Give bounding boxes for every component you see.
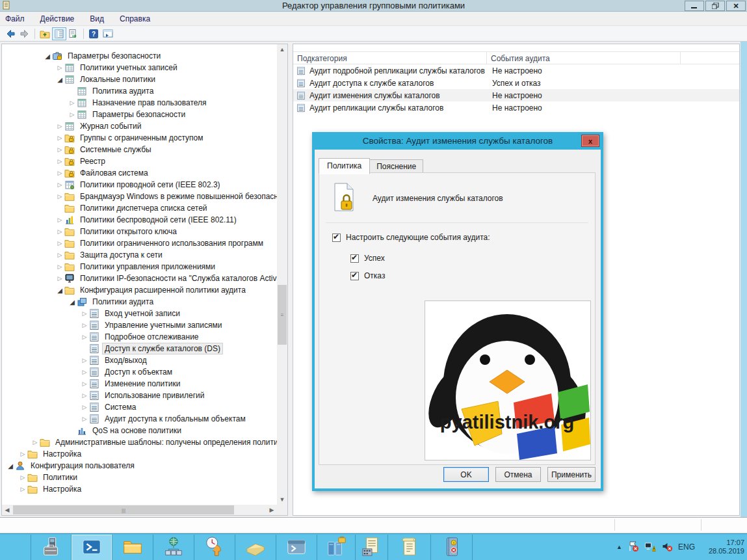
tree-item[interactable]: ▷Настройка bbox=[2, 448, 277, 460]
tree-item[interactable]: ▷Политики открытого ключа bbox=[2, 226, 277, 237]
column-header-audit-events[interactable]: События аудита bbox=[487, 52, 681, 64]
tab-policy[interactable]: Политика bbox=[319, 158, 370, 174]
expander-icon[interactable]: ▷ bbox=[80, 392, 89, 399]
expander-icon[interactable]: ▷ bbox=[18, 486, 27, 492]
taskbar-app-task-scheduler[interactable] bbox=[194, 535, 235, 560]
tree-item[interactable]: ▷Настройка bbox=[2, 483, 277, 495]
expander-icon[interactable]: ◢ bbox=[6, 462, 15, 470]
expander-icon[interactable]: ▷ bbox=[55, 158, 64, 165]
column-header-empty[interactable] bbox=[681, 52, 739, 64]
list-row[interactable]: Аудит репликации службы каталоговНе наст… bbox=[293, 101, 739, 114]
tree-item[interactable]: ▷Политики bbox=[2, 472, 277, 483]
tree-item[interactable]: ◢Политики аудита bbox=[2, 296, 277, 308]
scroll-up-button[interactable]: ▲ bbox=[277, 44, 287, 55]
expander-icon[interactable]: ▷ bbox=[80, 310, 89, 317]
taskbar-app-event-viewer[interactable] bbox=[235, 535, 276, 560]
tree-item[interactable]: ▷Управление учетными записями bbox=[2, 319, 277, 331]
horizontal-scroll-thumb[interactable]: ||| bbox=[13, 505, 234, 514]
checkbox-icon[interactable]: ✔ bbox=[350, 254, 359, 263]
taskbar-app-server-manager[interactable] bbox=[31, 535, 72, 560]
tree-item[interactable]: ▷Политики проводной сети (IEEE 802.3) bbox=[2, 179, 277, 191]
tree-item[interactable]: ▷Назначение прав пользователя bbox=[2, 97, 277, 109]
tree-item[interactable]: ▷Аудит доступа к глобальным объектам bbox=[2, 413, 277, 425]
taskbar-app-powershell[interactable] bbox=[72, 535, 112, 560]
taskbar-app-gp-editor[interactable] bbox=[388, 535, 431, 560]
apply-button[interactable]: Применить bbox=[547, 467, 596, 482]
tree-item[interactable]: Политики диспетчера списка сетей bbox=[2, 202, 277, 214]
list-row[interactable]: Аудит доступа к службе каталоговУспех и … bbox=[293, 77, 739, 89]
tree-horizontal-scrollbar[interactable]: ◀ ||| ▶ bbox=[2, 505, 277, 515]
tree-item[interactable]: QoS на основе политики bbox=[2, 425, 277, 436]
taskbar-app-file-explorer[interactable] bbox=[112, 535, 153, 560]
minimize-button[interactable] bbox=[685, 1, 704, 11]
expander-icon[interactable]: ▷ bbox=[80, 416, 89, 422]
menu-file[interactable]: Файл bbox=[5, 14, 25, 23]
taskbar-app-gp-management[interactable] bbox=[356, 535, 388, 560]
expander-icon[interactable]: ▷ bbox=[31, 439, 40, 446]
expander-icon[interactable]: ▷ bbox=[68, 100, 77, 106]
expander-icon[interactable]: ▷ bbox=[55, 135, 64, 141]
help-icon[interactable]: ? bbox=[86, 27, 101, 40]
menu-help[interactable]: Справка bbox=[120, 14, 150, 23]
expander-icon[interactable]: ▷ bbox=[68, 111, 77, 118]
tree-item[interactable]: ▷Журнал событий bbox=[2, 120, 277, 132]
expander-icon[interactable]: ▷ bbox=[80, 380, 89, 387]
restore-button[interactable] bbox=[705, 1, 725, 11]
back-icon[interactable] bbox=[3, 27, 18, 40]
tab-explanation[interactable]: Пояснение bbox=[369, 159, 423, 174]
clock[interactable]: 17:07 28.05.2019 bbox=[700, 539, 744, 555]
taskbar-app-computer-management[interactable] bbox=[317, 535, 356, 560]
tree-item[interactable]: ▷Файловая система bbox=[2, 167, 277, 179]
volume-muted-icon[interactable] bbox=[661, 540, 673, 554]
expander-icon[interactable]: ▷ bbox=[55, 228, 64, 235]
expander-icon[interactable]: ▷ bbox=[55, 123, 64, 129]
taskbar-app-ad-users-computers[interactable] bbox=[153, 535, 194, 560]
tree-item[interactable]: ◢Параметры безопасности bbox=[2, 50, 277, 62]
tree-item[interactable]: ▷Политики беспроводной сети (IEEE 802.11… bbox=[2, 214, 277, 226]
tree-item[interactable]: ▷Реестр bbox=[2, 155, 277, 167]
tree-item[interactable]: ▷Политики учетных записей bbox=[2, 62, 277, 73]
tree-item[interactable]: ▷Изменение политики bbox=[2, 378, 277, 390]
expander-icon[interactable]: ▷ bbox=[55, 193, 64, 200]
expander-icon[interactable]: ◢ bbox=[43, 53, 52, 60]
expander-icon[interactable]: ▷ bbox=[80, 322, 89, 328]
expander-icon[interactable]: ▷ bbox=[55, 263, 64, 270]
tree-item[interactable]: ▷Административные шаблоны: получены опре… bbox=[2, 436, 277, 448]
expander-icon[interactable]: ▷ bbox=[55, 64, 64, 71]
tray-expand-icon[interactable]: ▲ bbox=[616, 544, 622, 550]
tree-item[interactable]: ▷Политики ограниченного использования пр… bbox=[2, 237, 277, 249]
expander-icon[interactable]: ▷ bbox=[55, 217, 64, 223]
scroll-right-button[interactable]: ▶ bbox=[267, 505, 277, 515]
expander-icon[interactable]: ◢ bbox=[55, 76, 64, 83]
checkbox-icon[interactable]: ✔ bbox=[332, 233, 341, 242]
expander-icon[interactable]: ▷ bbox=[55, 181, 64, 188]
tree-item[interactable]: ▷Брандмауэр Windows в режиме повышенной … bbox=[2, 191, 277, 202]
scroll-left-button[interactable]: ◀ bbox=[2, 505, 12, 515]
tree-item[interactable]: ▷Параметры безопасности bbox=[2, 109, 277, 120]
tree-item[interactable]: ◢Локальные политики bbox=[2, 73, 277, 85]
folder-up-icon[interactable] bbox=[38, 27, 52, 40]
checkbox-configure-events[interactable]: ✔Настроить следующие события аудита: bbox=[332, 233, 490, 242]
tree-item[interactable]: ▷Вход/выход bbox=[2, 354, 277, 366]
tree-item[interactable]: ▷Подробное отслеживание bbox=[2, 331, 277, 343]
tree-item[interactable]: ▷Системные службы bbox=[2, 144, 277, 155]
network-warning-icon[interactable] bbox=[644, 540, 656, 554]
tree-item[interactable]: ◢Конфигурация пользователя bbox=[2, 460, 277, 472]
tree-item[interactable]: ◢Конфигурация расширенной политики аудит… bbox=[2, 284, 277, 296]
expander-icon[interactable]: ▷ bbox=[80, 404, 89, 410]
expander-icon[interactable]: ▷ bbox=[55, 170, 64, 176]
tree-item[interactable]: Политика аудита bbox=[2, 85, 277, 97]
expander-icon[interactable]: ▷ bbox=[80, 369, 89, 375]
tree-item[interactable]: ▷Вход учетной записи bbox=[2, 308, 277, 319]
expander-icon[interactable]: ▷ bbox=[55, 252, 64, 258]
tree-item[interactable]: ▷Группы с ограниченным доступом bbox=[2, 132, 277, 144]
list-row[interactable]: Аудит подробной репликации службы катало… bbox=[293, 64, 739, 77]
cancel-button[interactable]: Отмена bbox=[495, 467, 541, 482]
scroll-down-button[interactable]: ▼ bbox=[277, 494, 287, 505]
menu-view[interactable]: Вид bbox=[90, 14, 104, 23]
expander-icon[interactable]: ▷ bbox=[18, 474, 27, 481]
export-list-icon[interactable] bbox=[66, 27, 81, 40]
list-row[interactable]: Аудит изменения службы каталоговНе настр… bbox=[293, 89, 739, 101]
console-tree-icon[interactable] bbox=[52, 27, 66, 40]
expander-icon[interactable]: ◢ bbox=[68, 299, 77, 306]
